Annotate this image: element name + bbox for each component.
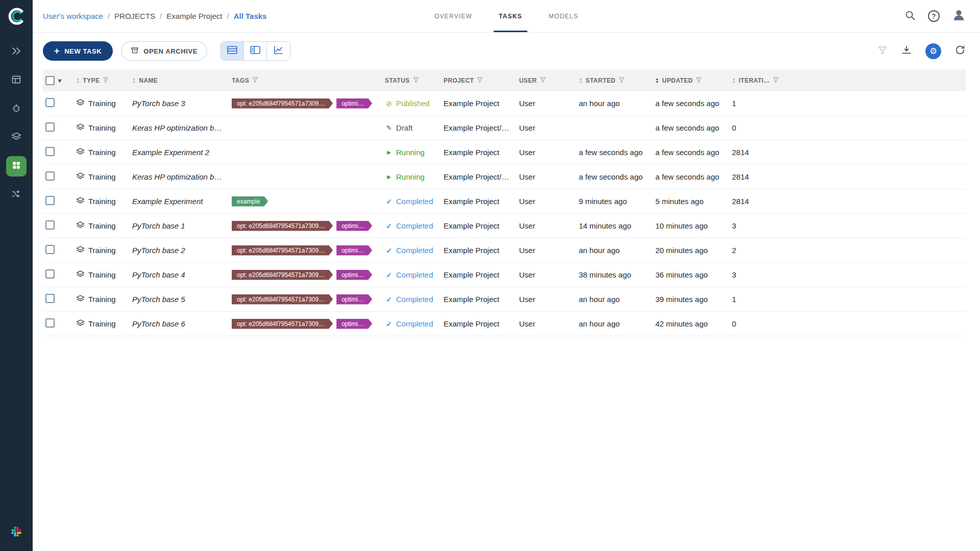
select-all-checkbox[interactable] bbox=[45, 76, 55, 85]
table-row[interactable]: Training PyTorch base 1 opt: e205d684f79… bbox=[43, 214, 966, 238]
table-view-button[interactable] bbox=[221, 42, 244, 60]
filter-funnel-icon[interactable] bbox=[477, 77, 483, 84]
row-checkbox[interactable] bbox=[45, 196, 55, 205]
task-status: ▶ Running bbox=[380, 148, 439, 157]
nav-workers[interactable] bbox=[6, 185, 27, 205]
filter-funnel-icon[interactable] bbox=[540, 77, 546, 84]
task-name[interactable]: Example Experiment bbox=[132, 197, 203, 206]
settings-gear-icon[interactable]: ⚙ bbox=[925, 43, 941, 59]
task-name[interactable]: PyTorch base 4 bbox=[132, 270, 185, 279]
nav-pipelines[interactable] bbox=[6, 99, 27, 119]
filter-funnel-icon[interactable] bbox=[773, 77, 779, 84]
task-name[interactable]: PyTorch base 3 bbox=[132, 99, 185, 108]
split-view-button[interactable] bbox=[244, 42, 267, 60]
sort-icon[interactable]: ▲▼ bbox=[655, 78, 659, 84]
filter-funnel-icon[interactable] bbox=[103, 77, 109, 84]
caret-down-icon[interactable]: ▾ bbox=[58, 77, 61, 84]
row-checkbox[interactable] bbox=[45, 294, 55, 303]
task-project: Example Project bbox=[439, 148, 514, 157]
auto-refresh-icon[interactable] bbox=[954, 44, 966, 58]
table-header: ▾▲▼TYPE▲▼NAMETAGSSTATUSPROJECTUSER▲▼STAR… bbox=[43, 69, 966, 91]
nav-projects[interactable] bbox=[6, 70, 27, 91]
breadcrumb-workspace[interactable]: User's workspace bbox=[43, 12, 103, 20]
archive-icon bbox=[131, 46, 139, 56]
open-archive-button[interactable]: OPEN ARCHIVE bbox=[121, 41, 207, 61]
breadcrumb-project[interactable]: Example Project bbox=[166, 12, 222, 20]
row-checkbox[interactable] bbox=[45, 171, 55, 181]
task-name[interactable]: Keras HP optimization base bbox=[132, 172, 227, 181]
column-header-select[interactable]: ▾ bbox=[43, 76, 71, 85]
task-status: ✓ Completed bbox=[380, 270, 439, 279]
column-header-updated[interactable]: ▲▼UPDATED bbox=[651, 77, 727, 84]
column-header-iterations[interactable]: ▲▼ITERATI… bbox=[727, 77, 966, 84]
column-header-name[interactable]: ▲▼NAME bbox=[128, 77, 227, 84]
user-avatar[interactable] bbox=[952, 8, 966, 24]
table-row[interactable]: Training PyTorch base 3 opt: e205d684f79… bbox=[43, 91, 966, 116]
row-checkbox[interactable] bbox=[45, 269, 55, 279]
task-name[interactable]: PyTorch base 1 bbox=[132, 221, 185, 230]
column-header-started[interactable]: ▲▼STARTED bbox=[574, 77, 651, 84]
table-row[interactable]: Training Keras HP optimization base ▶ Ru… bbox=[43, 165, 966, 189]
status-icon: ✎ bbox=[385, 124, 393, 132]
filter-funnel-icon[interactable] bbox=[252, 77, 258, 84]
task-tags: opt: e205d684f7954571a7309…optimi… bbox=[227, 294, 380, 305]
toolbar-right-icons: ⚙ bbox=[877, 43, 966, 59]
sort-icon[interactable]: ▲▼ bbox=[579, 78, 582, 84]
sort-icon[interactable]: ▲▼ bbox=[132, 78, 136, 84]
task-updated: 20 minutes ago bbox=[651, 246, 727, 255]
clear-filters-icon[interactable] bbox=[877, 45, 888, 57]
row-checkbox[interactable] bbox=[45, 245, 55, 254]
nav-tasks-active[interactable] bbox=[6, 156, 27, 177]
task-name[interactable]: PyTorch base 5 bbox=[132, 295, 185, 304]
nav-getting-started[interactable] bbox=[6, 42, 27, 62]
row-checkbox[interactable] bbox=[45, 318, 55, 328]
sort-icon[interactable]: ▲▼ bbox=[732, 78, 736, 84]
task-name[interactable]: Example Experiment 2 bbox=[132, 148, 209, 157]
row-checkbox[interactable] bbox=[45, 98, 55, 107]
table-row[interactable]: Training Example Experiment 2 ▶ Running … bbox=[43, 140, 966, 165]
tab-overview[interactable]: OVERVIEW bbox=[434, 0, 472, 32]
column-header-tags[interactable]: TAGS bbox=[227, 77, 380, 84]
table-row[interactable]: Training Keras HP optimization base ✎ Dr… bbox=[43, 116, 966, 140]
table-row[interactable]: Training PyTorch base 4 opt: e205d684f79… bbox=[43, 263, 966, 287]
breadcrumb-projects[interactable]: PROJECTS bbox=[114, 12, 155, 20]
row-checkbox[interactable] bbox=[45, 220, 55, 230]
column-header-project[interactable]: PROJECT bbox=[439, 77, 514, 84]
table-row[interactable]: Training PyTorch base 5 opt: e205d684f79… bbox=[43, 287, 966, 312]
breadcrumb-all-tasks[interactable]: All Tasks bbox=[234, 12, 267, 20]
search-icon[interactable] bbox=[904, 10, 916, 23]
training-type-icon bbox=[76, 294, 85, 305]
nav-datasets[interactable] bbox=[6, 128, 27, 148]
task-type: Training bbox=[88, 123, 116, 132]
column-header-type[interactable]: ▲▼TYPE bbox=[71, 77, 128, 84]
help-icon[interactable]: ? bbox=[928, 10, 940, 22]
table-row[interactable]: Training Example Experiment example ✓ Co… bbox=[43, 189, 966, 214]
task-started: a few seconds ago bbox=[574, 172, 651, 181]
tag-chip: opt: e205d684f7954571a7309… bbox=[232, 221, 333, 231]
row-checkbox[interactable] bbox=[45, 122, 55, 132]
clearml-logo[interactable] bbox=[6, 6, 27, 27]
row-checkbox[interactable] bbox=[45, 147, 55, 156]
download-icon[interactable] bbox=[901, 44, 912, 58]
status-label: Draft bbox=[396, 123, 413, 132]
column-header-user[interactable]: USER bbox=[514, 77, 574, 84]
training-type-icon bbox=[76, 319, 85, 329]
slack-icon[interactable] bbox=[11, 527, 21, 539]
task-user: User bbox=[514, 270, 574, 279]
column-header-status[interactable]: STATUS bbox=[380, 77, 439, 84]
tab-tasks[interactable]: TASKS bbox=[499, 0, 522, 32]
tab-models[interactable]: MODELS bbox=[549, 0, 578, 32]
filter-funnel-icon[interactable] bbox=[619, 77, 625, 84]
table-row[interactable]: Training PyTorch base 2 opt: e205d684f79… bbox=[43, 238, 966, 263]
task-started: an hour ago bbox=[574, 99, 651, 108]
sort-icon[interactable]: ▲▼ bbox=[76, 78, 80, 84]
chart-view-button[interactable] bbox=[267, 42, 290, 60]
filter-funnel-icon[interactable] bbox=[413, 77, 419, 84]
task-iterations: 0 bbox=[727, 123, 966, 132]
new-task-button[interactable]: + NEW TASK bbox=[43, 41, 113, 61]
task-name[interactable]: PyTorch base 6 bbox=[132, 319, 185, 328]
filter-funnel-icon[interactable] bbox=[696, 77, 702, 84]
task-name[interactable]: PyTorch base 2 bbox=[132, 246, 185, 255]
table-row[interactable]: Training PyTorch base 6 opt: e205d684f79… bbox=[43, 312, 966, 336]
task-name[interactable]: Keras HP optimization base bbox=[132, 123, 227, 132]
